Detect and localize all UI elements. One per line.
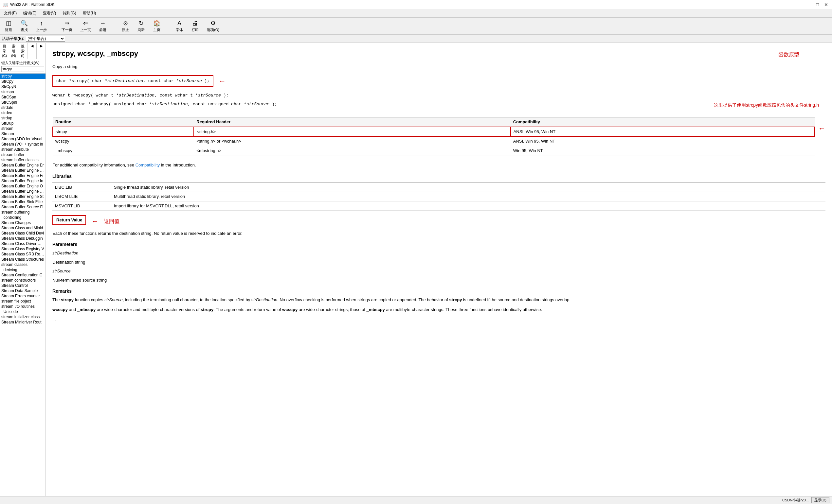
sidebar-item-StreamBufferSink[interactable]: Stream Buffer Sink Filte — [0, 199, 46, 204]
sidebar-item-strdup[interactable]: strdup — [0, 115, 46, 121]
toolbar-stop[interactable]: ⊗ 停止 — [120, 19, 131, 33]
app-icon: 📖 — [3, 2, 8, 7]
active-subset-select[interactable]: (整个集合) — [26, 36, 65, 41]
sidebar-item-StreamClassSRB[interactable]: Stream Class SRB Refere — [0, 252, 46, 257]
cell-mbscpy-compat: Win 95, Win NT — [511, 146, 815, 156]
tab-search[interactable]: 搜索(I) — [18, 43, 27, 59]
toolbar-prev-page[interactable]: ⇐ 上一页 — [78, 19, 93, 33]
menu-bar: 文件(F) 编辑(E) 查看(V) 转到(G) 帮助(H) — [0, 9, 832, 18]
sidebar-item-StreamBufferEngineRe[interactable]: Stream Buffer Engine Re — [0, 189, 46, 194]
cell-mbscpy-header: <mbstring.h> — [194, 146, 510, 156]
menu-goto[interactable]: 转到(G) — [60, 10, 79, 17]
sidebar-item-StreamIO[interactable]: stream I/O routines — [0, 304, 46, 309]
sidebar-item-StreamBufferEngineEr[interactable]: Stream Buffer Engine Er — [0, 163, 46, 168]
tab-contents[interactable]: 目录(C) — [0, 43, 9, 59]
sidebar-item-StreamClassMini[interactable]: Stream Class and Minid — [0, 225, 46, 230]
sidebar-item-StreamADO[interactable]: Stream (ADO for Visual — [0, 136, 46, 142]
print-icon: 🖨 — [192, 20, 198, 27]
sidebar-item-StreamBufferClasses[interactable]: stream buffer classes — [0, 157, 46, 163]
sidebar-item-StreamClassStructures[interactable]: Stream Class Structures — [0, 257, 46, 262]
sidebar-item-StreamBuffer[interactable]: stream buffer — [0, 152, 46, 157]
sidebar-item-StreamClassDriver[interactable]: Stream Class Driver Rou — [0, 241, 46, 246]
sidebar-item-StrCpy[interactable]: StrCpy — [0, 79, 46, 84]
sidebar-item-StreamConfiguration[interactable]: Stream Configuration C — [0, 273, 46, 278]
sidebar-item-StrCSpn[interactable]: StrCSpn — [0, 94, 46, 100]
sidebar-item-StreamConstructors[interactable]: stream constructors — [0, 278, 46, 283]
sidebar-item-StreamBufferEngineO[interactable]: Stream Buffer Engine O — [0, 184, 46, 189]
tab-prev[interactable]: ◀ — [27, 43, 37, 59]
param1-desc: Destination string — [52, 259, 826, 265]
sidebar-item-StreamClasses[interactable]: stream classes — [0, 262, 46, 267]
minimize-button[interactable]: – — [807, 2, 812, 7]
sidebar-item-StreamBufferEngineIn[interactable]: Stream Buffer Engine In — [0, 178, 46, 184]
toolbar-next-page[interactable]: ⇒ 下一页 — [59, 19, 74, 33]
sidebar-item-StreamBufferEngineSt[interactable]: Stream Buffer Engine St — [0, 194, 46, 199]
menu-edit[interactable]: 编辑(E) — [21, 10, 39, 17]
sidebar-item-StreamFile[interactable]: stream file object — [0, 299, 46, 304]
next-page-icon: ⇒ — [64, 20, 69, 27]
search-input[interactable] — [1, 66, 44, 72]
toolbar-find[interactable]: 🔍 查找 — [18, 19, 30, 33]
toolbar: ◫ 隐藏 🔍 查找 ↑ 上一步 ⇒ 下一页 ⇐ 上一页 → 前进 ⊗ 停止 ↻ … — [0, 18, 832, 35]
toolbar-home-label: 主页 — [153, 27, 160, 32]
sidebar-item-stream[interactable]: stream — [0, 126, 46, 131]
sidebar-item-StreamErrors[interactable]: Stream Errors counter — [0, 293, 46, 299]
proto2: wchar_t *wcscpy( wchar_t *strDestination… — [52, 92, 826, 99]
sidebar-item-strdec[interactable]: strdec — [0, 110, 46, 115]
maximize-button[interactable]: □ — [815, 2, 820, 7]
sidebar-item-StreamClassChild[interactable]: Stream Class Child Devi — [0, 230, 46, 236]
search-label: 键入关键字进行查找(W): — [1, 60, 44, 65]
compat-link[interactable]: Compatibility — [135, 163, 160, 167]
sidebar-item-StreamMinidriver[interactable]: Stream Minidriver Rout — [0, 319, 46, 325]
table-row-mbscpy: _mbscpy <mbstring.h> Win 95, Win NT — [53, 146, 815, 156]
sidebar-item-strcspn[interactable]: strcspn — [0, 89, 46, 94]
sidebar-item-StrCpyN[interactable]: StrCpyN — [0, 84, 46, 89]
toolbar-options[interactable]: ⚙ 选项(O) — [205, 19, 221, 33]
sidebar-item-StrDup[interactable]: StrDup — [0, 121, 46, 126]
main-layout: 目录(C) 索引(N) 搜索(I) ◀ ▶ 键入关键字进行查找(W): strc… — [0, 43, 832, 497]
sidebar-item-StreamBufferEngineFi[interactable]: Stream Buffer Engine Fi — [0, 173, 46, 178]
stop-icon: ⊗ — [123, 20, 128, 27]
sidebar-item-StreamClassRegistry[interactable]: Stream Class Registry V — [0, 246, 46, 252]
menu-help[interactable]: 帮助(H) — [80, 10, 99, 17]
toolbar-sep2 — [114, 20, 114, 32]
toolbar-print[interactable]: 🖨 打印 — [189, 19, 201, 33]
sidebar-item-StreamBufferingCtrl[interactable]: controlling — [0, 215, 46, 220]
toolbar-prev-step[interactable]: ↑ 上一步 — [34, 19, 49, 33]
tab-next[interactable]: ▶ — [37, 43, 46, 59]
content-area: strcpy, wcscpy, _mbscpy 函数原型 Copy a stri… — [46, 43, 832, 497]
sidebar-item-StreamUnicode[interactable]: Unicode — [0, 309, 46, 314]
lib-libcmt-desc: Multithread static library, retail versi… — [111, 192, 826, 201]
active-subset-label: 活动子集(B): — [2, 36, 24, 41]
sidebar-item-StreamBufferEngineEv[interactable]: Stream Buffer Engine Ev — [0, 168, 46, 173]
sidebar-item-StrCSpnI[interactable]: StrCSpnI — [0, 100, 46, 105]
sidebar-item-StreamVC[interactable]: Stream (VC++ syntax in — [0, 142, 46, 147]
toolbar-forward[interactable]: → 前进 — [97, 19, 109, 33]
sidebar-item-strdate[interactable]: strdate — [0, 105, 46, 110]
sidebar-item-StreamBuffering[interactable]: stream buffering — [0, 209, 46, 215]
sidebar-item-StreamChanges[interactable]: Stream Changes — [0, 220, 46, 225]
toolbar-refresh[interactable]: ↻ 刷新 — [135, 19, 147, 33]
lib-libcmt-name: LIBCMT.LIB — [52, 192, 111, 201]
sidebar-item-StreamClassDebug[interactable]: Stream Class Debuggin — [0, 236, 46, 241]
annotation-return: 返回值 — [104, 218, 120, 225]
sidebar-item-StreamClassesDeriving[interactable]: deriving — [0, 267, 46, 273]
param1-name: strDestination — [52, 250, 826, 256]
sidebar-item-strcpy[interactable]: strcpy — [0, 74, 46, 79]
sidebar-search: 键入关键字进行查找(W): — [0, 59, 46, 74]
sidebar-item-StreamControl[interactable]: Stream Control — [0, 283, 46, 288]
sidebar-item-StreamDataSample[interactable]: Stream Data Sample — [0, 288, 46, 293]
sidebar-item-StreamBufferSource[interactable]: Stream Buffer Source Fi — [0, 204, 46, 209]
sidebar-item-StreamInitializer[interactable]: stream initializer class — [0, 314, 46, 319]
tab-index[interactable]: 索引(N) — [9, 43, 18, 59]
menu-view[interactable]: 查看(V) — [40, 10, 59, 17]
close-button[interactable]: ✕ — [823, 2, 829, 7]
toolbar-hide[interactable]: ◫ 隐藏 — [3, 19, 15, 33]
menu-file[interactable]: 文件(F) — [1, 10, 19, 17]
toolbar-home[interactable]: 🏠 主页 — [151, 19, 163, 33]
toolbar-font[interactable]: A 字体 — [174, 19, 185, 33]
cell-wcscpy-routine: wcscpy — [53, 136, 194, 146]
sidebar-item-Stream[interactable]: Stream — [0, 131, 46, 136]
sidebar-item-StreamAttribute[interactable]: stream Attribute — [0, 147, 46, 152]
reference-table: Routine Required Header Compatibility st… — [52, 117, 815, 156]
